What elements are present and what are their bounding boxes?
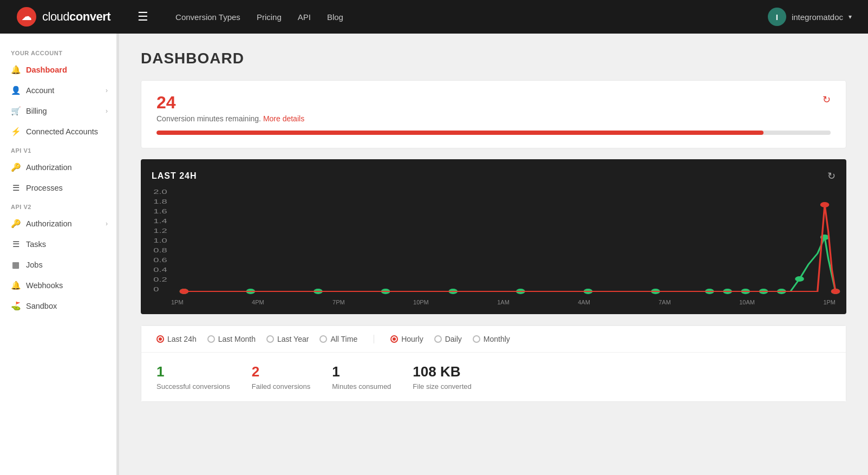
radio-last-24h: [156, 335, 164, 343]
billing-chevron-icon: ›: [106, 107, 108, 115]
filter-hourly-label: Hourly: [401, 335, 423, 343]
list-icon-tasks: ☰: [11, 239, 21, 249]
sidebar-item-tasks[interactable]: ☰ Tasks: [0, 234, 119, 255]
sidebar-item-dashboard[interactable]: 🔔 Dashboard: [0, 60, 119, 80]
user-menu[interactable]: I integromatdoc ▾: [768, 8, 852, 26]
svg-text:1.8: 1.8: [153, 198, 167, 205]
nav-link-conversion-types[interactable]: Conversion Types: [175, 12, 240, 22]
chart-header-row: LAST 24H ↻: [152, 170, 836, 182]
x-label-7pm: 7PM: [332, 299, 345, 305]
svg-point-30: [831, 289, 840, 294]
filter-divider: [374, 335, 374, 343]
stat-successful-num: 1: [156, 363, 230, 380]
sidebar-item-webhooks-label: Webhooks: [26, 281, 63, 290]
sidebar-item-dashboard-label: Dashboard: [26, 66, 67, 74]
sidebar-item-jobs[interactable]: ▦ Jobs: [0, 255, 119, 275]
sidebar-item-sandbox-label: Sandbox: [26, 302, 57, 310]
sidebar-item-auth-v1-label: Authorization: [26, 163, 72, 172]
conversion-refresh-icon[interactable]: ↻: [823, 94, 831, 106]
sidebar-item-auth-v2-label: Authorization: [26, 219, 72, 228]
user-menu-chevron-icon: ▾: [849, 13, 852, 21]
sidebar-item-auth-v2[interactable]: 🔑 Authorization ›: [0, 213, 119, 234]
auth-v2-chevron-icon: ›: [106, 220, 108, 227]
stat-filesize-num: 108 KB: [413, 363, 471, 380]
filter-all-time[interactable]: All Time: [319, 335, 357, 343]
logo-text: cloudconvert: [42, 10, 110, 24]
nav-link-api[interactable]: API: [298, 12, 311, 22]
stat-minutes-consumed: 1 Minutes consumed: [332, 363, 391, 391]
filter-monthly[interactable]: Monthly: [473, 335, 510, 343]
user-avatar: I: [768, 8, 786, 26]
filter-daily[interactable]: Daily: [434, 335, 462, 343]
sidebar-section-api-v2: API V2: [0, 198, 119, 213]
chart-x-labels: 1PM 4PM 7PM 10PM 1AM 4AM 7AM 10AM 1PM: [152, 299, 836, 305]
stat-successful-conversions: 1 Successful conversions: [156, 363, 230, 391]
sidebar-item-tasks-label: Tasks: [26, 240, 46, 249]
nav-links: Conversion Types Pricing API Blog: [175, 12, 343, 22]
more-details-link[interactable]: More details: [263, 114, 304, 123]
sandbox-icon: ⛳: [11, 301, 21, 311]
user-name[interactable]: integromatdoc: [792, 12, 843, 22]
svg-text:1.6: 1.6: [153, 208, 167, 214]
sidebar-item-account-label: Account: [26, 86, 54, 95]
sidebar-item-connected-accounts[interactable]: ⚡ Connected Accounts: [0, 121, 119, 142]
main-content: DASHBOARD 24 Conversion minutes remainin…: [119, 34, 868, 475]
sidebar-item-account[interactable]: 👤 Account ›: [0, 80, 119, 101]
sidebar-item-connected-accounts-label: Connected Accounts: [26, 127, 98, 136]
radio-last-year: [266, 335, 274, 343]
radio-hourly: [390, 335, 398, 343]
stat-filesize-label: File size converted: [413, 382, 471, 391]
stat-failed-label: Failed conversions: [252, 382, 310, 391]
sidebar-item-processes[interactable]: ☰ Processes: [0, 178, 119, 198]
page-body: YOUR ACCOUNT 🔔 Dashboard 👤 Account › 🛒 B…: [0, 34, 868, 475]
nav-link-pricing[interactable]: Pricing: [257, 12, 282, 22]
sidebar-item-webhooks[interactable]: 🔔 Webhooks: [0, 275, 119, 296]
filter-last-24h[interactable]: Last 24h: [156, 335, 197, 343]
filter-last-month[interactable]: Last Month: [207, 335, 256, 343]
filter-hourly[interactable]: Hourly: [390, 335, 423, 343]
key-icon-v2: 🔑: [11, 219, 21, 229]
svg-text:0: 0: [153, 286, 159, 292]
svg-point-29: [820, 202, 830, 207]
plug-icon: ⚡: [11, 127, 21, 136]
stat-minutes-num: 1: [332, 363, 391, 380]
sidebar-item-auth-v1[interactable]: 🔑 Authorization: [0, 157, 119, 178]
logo[interactable]: ☁ cloudconvert: [16, 6, 110, 27]
filter-last-year-label: Last Year: [277, 335, 309, 343]
x-label-1pm: 1PM: [171, 299, 184, 305]
x-label-10am: 10AM: [739, 299, 755, 305]
sidebar-item-billing[interactable]: 🛒 Billing ›: [0, 101, 119, 121]
stats-filter-card: Last 24h Last Month Last Year All Time: [141, 325, 846, 402]
svg-text:0.8: 0.8: [153, 247, 167, 253]
filter-last-year[interactable]: Last Year: [266, 335, 309, 343]
sidebar-item-sandbox[interactable]: ⛳ Sandbox: [0, 296, 119, 316]
chart-card: LAST 24H ↻ 2.0 1.8 1.6 1.4 1.2 1.0 0.8 0…: [141, 159, 846, 314]
stat-minutes-label: Minutes consumed: [332, 382, 391, 391]
radio-last-month: [207, 335, 215, 343]
x-label-1am: 1AM: [497, 299, 510, 305]
radio-daily: [434, 335, 442, 343]
stat-failed-num: 2: [252, 363, 310, 380]
svg-text:2.0: 2.0: [153, 188, 167, 195]
x-label-1pm-end: 1PM: [823, 299, 836, 305]
user-icon: 👤: [11, 86, 21, 95]
sidebar-item-processes-label: Processes: [26, 184, 63, 192]
sidebar-item-billing-label: Billing: [26, 107, 47, 115]
svg-text:1.2: 1.2: [153, 227, 167, 234]
filter-last-24h-label: Last 24h: [167, 335, 197, 343]
filter-row: Last 24h Last Month Last Year All Time: [141, 326, 846, 352]
filter-last-month-label: Last Month: [218, 335, 256, 343]
svg-text:0.6: 0.6: [153, 257, 167, 263]
chart-refresh-icon[interactable]: ↻: [827, 170, 836, 182]
key-icon-v1: 🔑: [11, 162, 21, 172]
svg-point-31: [180, 289, 189, 294]
bell-icon-webhooks: 🔔: [11, 281, 21, 290]
x-label-4pm: 4PM: [252, 299, 264, 305]
list-icon-processes: ☰: [11, 183, 21, 193]
hamburger-button[interactable]: ☰: [138, 10, 148, 24]
filter-all-time-label: All Time: [330, 335, 357, 343]
filter-monthly-label: Monthly: [484, 335, 510, 343]
radio-monthly: [473, 335, 480, 343]
nav-link-blog[interactable]: Blog: [327, 12, 343, 22]
stat-successful-label: Successful conversions: [156, 382, 230, 391]
